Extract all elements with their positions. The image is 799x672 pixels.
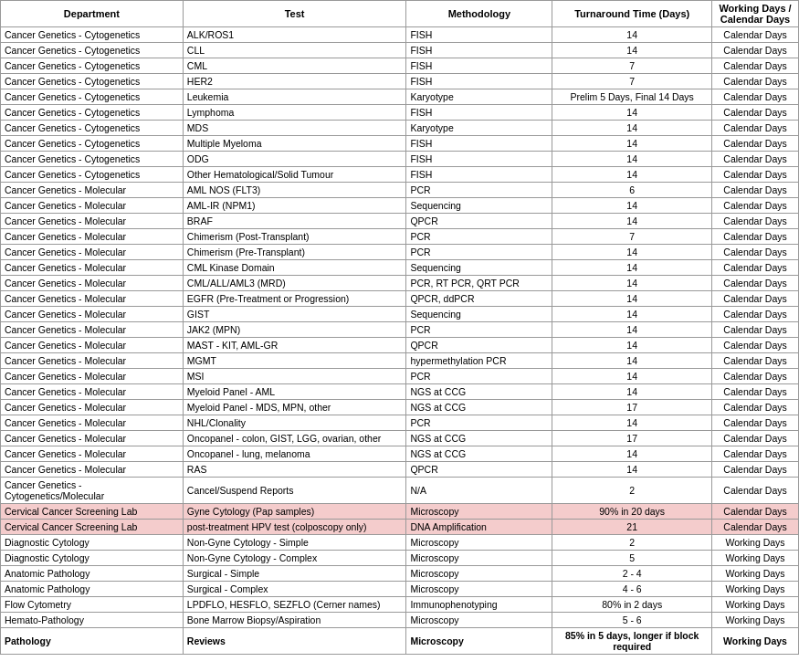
table-row: Cancer Genetics - MolecularJAK2 (MPN)PCR… [1,322,799,338]
cell-wdcd: Calendar Days [712,338,799,353]
cell-tat: 14 [552,353,712,369]
cell-department: Cancer Genetics - Molecular [1,307,184,322]
cell-test: AML NOS (FLT3) [183,183,406,198]
cell-tat: 14 [552,27,712,43]
table-row: Cancer Genetics - CytogeneticsCLLFISH14C… [1,43,799,58]
cell-test: Oncopanel - colon, GIST, LGG, ovarian, o… [183,431,406,446]
cell-tat: 14 [552,462,712,478]
cell-test: Oncopanel - lung, melanoma [183,446,406,462]
cell-wdcd: Calendar Days [712,245,799,260]
cell-tat: 4 - 6 [552,582,712,597]
cell-test: MAST - KIT, AML-GR [183,338,406,353]
cell-tat: 14 [552,415,712,431]
table-row: Cancer Genetics - MolecularChimerism (Pr… [1,245,799,260]
cell-tat: 90% in 20 days [552,504,712,520]
table-row: Cancer Genetics - MolecularMSIPCR14Calen… [1,369,799,384]
header-wdcd: Working Days / Calendar Days [712,1,799,27]
table-row: Cancer Genetics - MolecularBRAFQPCR14Cal… [1,214,799,229]
cell-department: Cancer Genetics - Molecular [1,415,184,431]
cell-test: MGMT [183,353,406,369]
cell-methodology: hypermethylation PCR [406,353,552,369]
cell-tat: 14 [552,43,712,58]
cell-tat: 2 [552,478,712,504]
cell-test: Lymphoma [183,105,406,121]
table-row: Cancer Genetics - MolecularMGMThypermeth… [1,353,799,369]
cell-methodology: PCR [406,183,552,198]
cell-wdcd: Calendar Days [712,121,799,136]
cell-wdcd: Calendar Days [712,431,799,446]
table-row: Cancer Genetics - CytogeneticsHER2FISH7C… [1,74,799,89]
cell-department: Cancer Genetics - Molecular [1,260,184,276]
table-row: Cancer Genetics - CytogeneticsLymphomaFI… [1,105,799,121]
cell-test: Bone Marrow Biopsy/Aspiration [183,613,406,628]
table-row: Cancer Genetics - MolecularChimerism (Po… [1,229,799,245]
cell-test: Non-Gyne Cytology - Complex [183,551,406,566]
cell-department: Cancer Genetics - Molecular [1,276,184,291]
cell-methodology: Karyotype [406,89,552,105]
cell-tat: 14 [552,105,712,121]
cell-methodology: Sequencing [406,198,552,214]
cell-test: Myeloid Panel - MDS, MPN, other [183,400,406,415]
cell-methodology: FISH [406,74,552,89]
cell-department: Flow Cytometry [1,597,184,613]
table-row: Anatomic PathologySurgical - ComplexMicr… [1,582,799,597]
cell-methodology: PCR, RT PCR, QRT PCR [406,276,552,291]
cell-methodology: DNA Amplification [406,520,552,535]
cell-tat: 14 [552,276,712,291]
cell-test: AML-IR (NPM1) [183,198,406,214]
main-table: Department Test Methodology Turnaround T… [0,0,799,655]
cell-test: BRAF [183,214,406,229]
cell-methodology: NGS at CCG [406,431,552,446]
cell-methodology: FISH [406,58,552,74]
cell-methodology: Sequencing [406,307,552,322]
table-row: Cancer Genetics - MolecularMyeloid Panel… [1,384,799,400]
cell-wdcd: Calendar Days [712,152,799,167]
cell-department: Diagnostic Cytology [1,551,184,566]
cell-tat: 14 [552,384,712,400]
cell-test: MSI [183,369,406,384]
cell-wdcd: Calendar Days [712,307,799,322]
table-row: Cervical Cancer Screening Labpost-treatm… [1,520,799,535]
cell-wdcd: Calendar Days [712,276,799,291]
table-row: Cancer Genetics - MolecularNHL/Clonality… [1,415,799,431]
table-row: Cancer Genetics - Cytogenetics/Molecular… [1,478,799,504]
table-row: Cancer Genetics - MolecularRASQPCR14Cale… [1,462,799,478]
cell-tat: 5 [552,551,712,566]
cell-department: Cancer Genetics - Cytogenetics [1,121,184,136]
table-row: Cancer Genetics - CytogeneticsODGFISH14C… [1,152,799,167]
cell-wdcd: Calendar Days [712,520,799,535]
cell-test: ALK/ROS1 [183,27,406,43]
cell-wdcd: Calendar Days [712,291,799,307]
cell-test: RAS [183,462,406,478]
header-methodology: Methodology [406,1,552,27]
cell-tat: 80% in 2 days [552,597,712,613]
cell-wdcd: Calendar Days [712,462,799,478]
cell-tat: 14 [552,167,712,183]
cell-tat: 14 [552,136,712,152]
cell-methodology: PCR [406,322,552,338]
cell-methodology: Karyotype [406,121,552,136]
cell-test: Chimerism (Pre-Transplant) [183,245,406,260]
table-row: Flow CytometryLPDFLO, HESFLO, SEZFLO (Ce… [1,597,799,613]
header-tat: Turnaround Time (Days) [552,1,712,27]
cell-test: Myeloid Panel - AML [183,384,406,400]
cell-wdcd: Working Days [712,551,799,566]
cell-test: Cancel/Suspend Reports [183,478,406,504]
cell-methodology: Microscopy [406,504,552,520]
cell-methodology: Sequencing [406,260,552,276]
cell-department: Cancer Genetics - Molecular [1,462,184,478]
cell-test: Surgical - Simple [183,566,406,582]
cell-test: Non-Gyne Cytology - Simple [183,535,406,551]
cell-department: Cancer Genetics - Cytogenetics [1,89,184,105]
table-row: Anatomic PathologySurgical - SimpleMicro… [1,566,799,582]
cell-wdcd: Calendar Days [712,183,799,198]
header-row: Department Test Methodology Turnaround T… [1,1,799,27]
cell-department: Hemato-Pathology [1,613,184,628]
cell-methodology: PCR [406,229,552,245]
cell-department: Cancer Genetics - Cytogenetics [1,136,184,152]
table-row: Diagnostic CytologyNon-Gyne Cytology - C… [1,551,799,566]
cell-wdcd: Calendar Days [712,136,799,152]
cell-wdcd: Calendar Days [712,214,799,229]
cell-wdcd: Calendar Days [712,43,799,58]
cell-tat: 6 [552,183,712,198]
